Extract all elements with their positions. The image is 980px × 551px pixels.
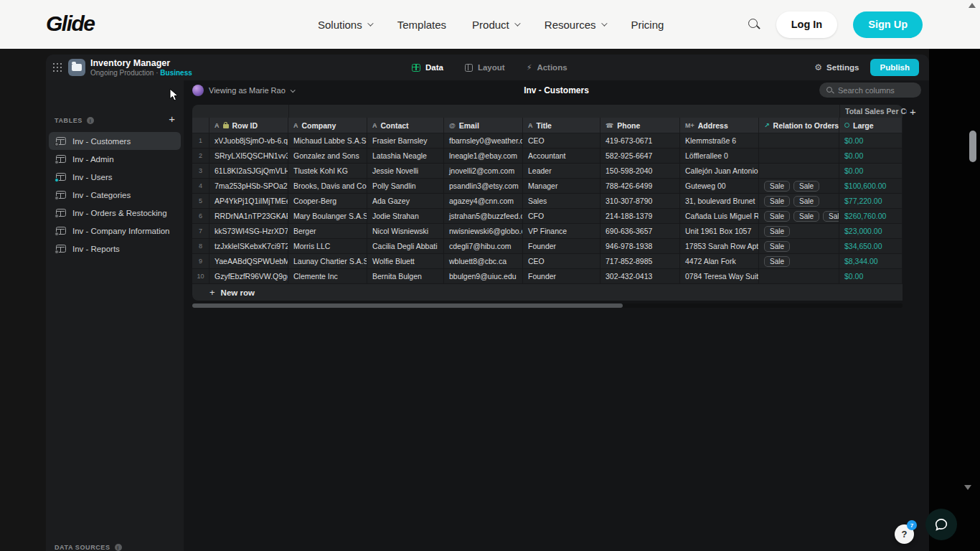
cell-company[interactable]: Michaud Labbe S.A.S. — [288, 133, 367, 149]
relation-chip[interactable]: Sale — [764, 256, 790, 267]
cell-large[interactable]: $77,220.00 — [839, 194, 903, 209]
login-button[interactable]: Log In — [776, 11, 838, 38]
cell-title[interactable]: Founder — [523, 269, 600, 284]
publish-button[interactable]: Publish — [870, 59, 919, 76]
cell-phone[interactable]: 690-636-3657 — [600, 224, 680, 239]
cell-title[interactable]: Accountant — [523, 149, 600, 164]
column-header-email[interactable]: @Email — [444, 118, 523, 133]
cell-email[interactable]: jstrahan5@buzzfeed.co — [444, 209, 523, 224]
cell-row_id[interactable]: kkS73WI4SG-HzrXD7u — [209, 224, 288, 239]
sidebar-item-inv-categories[interactable]: Inv - Categories — [49, 186, 181, 204]
cell-large[interactable]: $100,600.00 — [839, 179, 903, 194]
cell-company[interactable]: Tlustek Kohl KG — [288, 164, 367, 179]
cell-contact[interactable]: Cacilia Degli Abbati — [367, 239, 444, 254]
cell-large[interactable]: $0.00 — [839, 269, 903, 284]
column-header-address[interactable]: M+Address — [680, 118, 759, 133]
relation-chip[interactable]: Sale — [764, 211, 790, 222]
relation-chip[interactable]: Sale — [764, 181, 790, 192]
cell-row_id[interactable]: 61L8KI2aSJGjQmVLHe — [209, 164, 288, 179]
relation-chip[interactable]: Sale — [823, 211, 839, 222]
cell-row_id[interactable]: YaeAABdQSPWUebMc — [209, 254, 288, 269]
cell-phone[interactable]: 717-852-8985 — [600, 254, 680, 269]
add-column-button[interactable]: + — [910, 105, 916, 118]
cell-large[interactable]: $260,760.00 — [839, 209, 903, 224]
cell-contact[interactable]: Frasier Barnsley — [367, 133, 444, 149]
cell-row_id[interactable]: RRDrNA1nTP23GKAEY — [209, 209, 288, 224]
relation-chip[interactable]: Sale — [764, 241, 790, 252]
glide-logo[interactable]: Glide — [46, 11, 95, 36]
info-icon[interactable]: i — [115, 544, 122, 551]
cell-row_id[interactable]: SRryLXI5QSCHN1vv36 — [209, 149, 288, 164]
cell-company[interactable]: Clemente Inc — [288, 269, 367, 284]
settings-button[interactable]: ⚙ Settings — [814, 62, 859, 72]
cell-relation[interactable] — [759, 133, 839, 149]
chat-bubble-button[interactable] — [925, 509, 957, 540]
cell-relation[interactable]: Sale — [759, 254, 839, 269]
cell-title[interactable]: Founder — [523, 239, 600, 254]
cell-contact[interactable]: Latashia Neagle — [367, 149, 444, 164]
cell-phone[interactable]: 150-598-2040 — [600, 164, 680, 179]
column-header-contact[interactable]: AContact — [367, 118, 444, 133]
cell-email[interactable]: wbluett8@cbc.ca — [444, 254, 523, 269]
cell-contact[interactable]: Nicol Wisniewski — [367, 224, 444, 239]
cell-address[interactable]: Callejón Juan Antonio A — [680, 164, 759, 179]
cell-num[interactable]: 5 — [192, 194, 209, 209]
cell-email[interactable]: cdegli7@hibu.com — [444, 239, 523, 254]
cell-num[interactable]: 7 — [192, 224, 209, 239]
cell-company[interactable]: Brooks, Davis and Coop — [288, 179, 367, 194]
cell-num[interactable]: 3 — [192, 164, 209, 179]
cell-large[interactable]: $0.00 — [839, 164, 903, 179]
scrollbar-up-arrow[interactable] — [969, 3, 976, 8]
search-icon[interactable] — [748, 18, 760, 31]
cell-relation[interactable]: SaleSale — [759, 194, 839, 209]
cell-address[interactable]: Cañada Luis Miguel Rib — [680, 209, 759, 224]
cell-row_id[interactable]: 7ma253pHSb-SPOa2Y — [209, 179, 288, 194]
tab-layout[interactable]: Layout — [465, 63, 505, 72]
info-icon[interactable]: i — [87, 117, 94, 124]
cell-row_id[interactable]: GzyfEbzfR96VW.Q9gg — [209, 269, 288, 284]
cell-title[interactable]: CFO — [523, 209, 600, 224]
horizontal-scrollbar-thumb[interactable] — [192, 303, 623, 308]
cell-contact[interactable]: Jessie Novelli — [367, 164, 444, 179]
cell-title[interactable]: Manager — [523, 179, 600, 194]
cell-email[interactable]: bbulgen9@uiuc.edu — [444, 269, 523, 284]
cell-address[interactable]: Löfflerallee 0 — [680, 149, 759, 164]
cell-email[interactable]: fbarnsley0@weather.co — [444, 133, 523, 149]
sidebar-item-inv-admin[interactable]: Inv - Admin — [49, 150, 181, 168]
cell-num[interactable]: 4 — [192, 179, 209, 194]
scrollbar-down-arrow[interactable] — [964, 485, 971, 490]
nav-link-resources[interactable]: Resources — [545, 19, 606, 31]
cell-email[interactable]: jnovelli2@com.com — [444, 164, 523, 179]
cell-phone[interactable]: 214-188-1379 — [600, 209, 680, 224]
cell-company[interactable]: Morris LLC — [288, 239, 367, 254]
relation-chip[interactable]: Sale — [793, 211, 819, 222]
cell-title[interactable]: Leader — [523, 164, 600, 179]
relation-chip[interactable]: Sale — [764, 226, 790, 237]
cell-address[interactable]: Guteweg 00 — [680, 179, 759, 194]
tab-data[interactable]: Data — [412, 63, 443, 72]
cell-address[interactable]: 0784 Teresa Way Suite — [680, 269, 759, 284]
sidebar-item-inv-customers[interactable]: Inv - Customers — [49, 132, 181, 150]
cell-contact[interactable]: Wolfie Bluett — [367, 254, 444, 269]
sidebar-item-inv-users[interactable]: Inv - Users — [49, 168, 181, 186]
new-row-button[interactable]: + New row — [192, 284, 903, 301]
cell-title[interactable]: CEO — [523, 133, 600, 149]
cell-row_id[interactable]: xVJuob8jSjmO-vb-6.q — [209, 133, 288, 149]
cell-num[interactable]: 2 — [192, 149, 209, 164]
column-header-large[interactable]: Large — [839, 118, 903, 133]
cell-contact[interactable]: Polly Sandlin — [367, 179, 444, 194]
cell-company[interactable]: Berger — [288, 224, 367, 239]
cell-phone[interactable]: 302-432-0413 — [600, 269, 680, 284]
cell-row_id[interactable]: AP4YkPj1Q1iIMjTMEen — [209, 194, 288, 209]
cell-company[interactable]: Gonzalez and Sons — [288, 149, 367, 164]
add-table-button[interactable]: + — [169, 116, 175, 123]
nav-link-pricing[interactable]: Pricing — [631, 19, 664, 31]
nav-link-product[interactable]: Product — [472, 19, 519, 31]
cell-address[interactable]: 31, boulevard Brunet — [680, 194, 759, 209]
column-group-label[interactable]: Total Sales Per Cu — [845, 107, 907, 116]
cell-company[interactable]: Mary Boulanger S.A.S. — [288, 209, 367, 224]
cell-title[interactable]: Sales — [523, 194, 600, 209]
cell-company[interactable]: Launay Chartier S.A.S. — [288, 254, 367, 269]
cell-num[interactable]: 1 — [192, 133, 209, 149]
cell-relation[interactable] — [759, 164, 839, 179]
